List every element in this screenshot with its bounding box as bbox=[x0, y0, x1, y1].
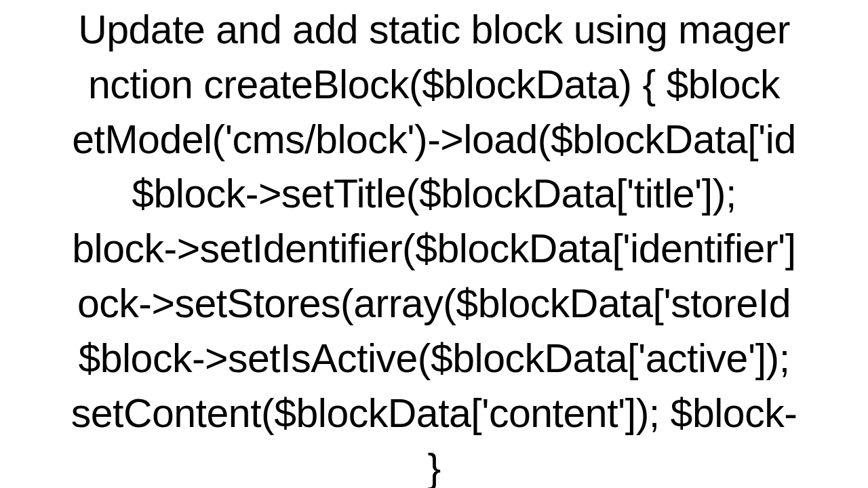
code-line: block->setIdentifier($blockData['identif… bbox=[0, 222, 868, 277]
code-line: $block->setIsActive($blockData['active']… bbox=[0, 331, 868, 386]
code-line: $block->setTitle($blockData['title']); bbox=[0, 167, 868, 222]
code-line: etModel('cms/block')->load($blockData['i… bbox=[0, 113, 868, 167]
code-line: ock->setStores(array($blockData['storeId bbox=[0, 277, 868, 331]
code-line: } bbox=[0, 441, 868, 488]
code-line: setContent($blockData['content']); $bloc… bbox=[0, 386, 868, 441]
code-text-block: Update and add static block using mager … bbox=[0, 0, 868, 488]
code-line: Update and add static block using mager bbox=[0, 3, 868, 58]
code-line: nction createBlock($blockData) { $block bbox=[0, 58, 868, 113]
